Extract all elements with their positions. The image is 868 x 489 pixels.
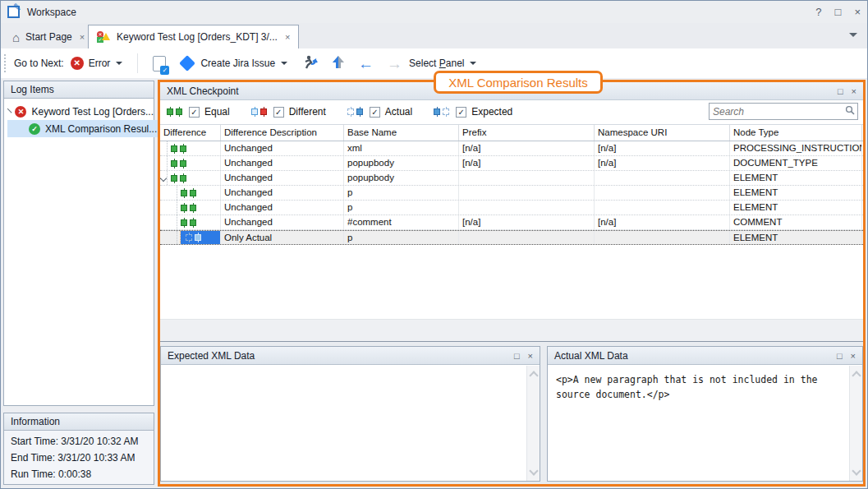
scrollbar[interactable] [526,366,540,481]
column-header-difference[interactable]: Difference [160,125,221,141]
cell-difference[interactable] [160,231,221,244]
previous-arrow-icon[interactable]: ← [358,56,374,72]
run-test-icon[interactable] [302,55,319,72]
cell-namespace-uri[interactable]: [n/a] [595,156,730,170]
cell-node-type[interactable]: ELEMENT [730,171,862,185]
cell-node-type[interactable]: DOCUMENT_TYPE [730,156,862,170]
horizontal-splitter[interactable] [160,319,863,342]
cell-node-type[interactable]: ELEMENT [730,186,862,200]
cell-node-type[interactable]: ELEMENT [730,201,862,215]
cell-base-name[interactable]: #comment [344,215,459,229]
close-button[interactable]: × [854,6,861,18]
cell-prefix[interactable] [459,186,595,200]
cell-prefix[interactable] [459,171,595,185]
search-input[interactable] [710,106,845,118]
actual-checkbox[interactable]: ✓ [370,107,380,118]
cell-base-name[interactable]: p [344,201,459,215]
expected-checkbox[interactable]: ✓ [456,107,466,118]
tab-close-icon[interactable]: × [285,32,290,42]
different-checkbox[interactable]: ✓ [273,107,284,118]
search-icon[interactable] [845,105,855,118]
go-up-icon[interactable] [332,55,345,72]
cell-difference[interactable] [160,171,221,185]
cell-base-name[interactable]: popupbody [344,171,459,185]
panel-minimize-icon[interactable]: □ [837,351,843,361]
selected-difference-cell[interactable] [181,231,220,244]
table-row[interactable]: UnchangedpELEMENT [160,201,863,215]
table-row[interactable]: Unchanged#comment[n/a][n/a]COMMENT [160,215,863,230]
cell-prefix[interactable]: [n/a] [459,141,595,155]
cell-difference[interactable] [160,215,221,229]
expander-chevron-icon[interactable] [160,174,167,181]
tab-start-page[interactable]: ⌂ Start Page × [4,25,93,48]
cell-namespace-uri[interactable] [595,201,730,215]
cell-prefix[interactable]: [n/a] [459,156,595,170]
cell-namespace-uri[interactable] [595,231,730,244]
cell-difference[interactable] [160,186,221,200]
select-panel-button[interactable]: Select Panel [409,58,464,69]
cell-difference[interactable] [160,201,221,215]
error-dropdown-icon[interactable] [116,62,122,65]
panel-close-icon[interactable]: × [851,351,856,361]
equal-checkbox[interactable]: ✓ [189,107,200,118]
scrollbar[interactable] [849,366,862,481]
column-header-difference-description[interactable]: Difference Description [221,125,344,141]
cell-description[interactable]: Only Actual [221,231,344,244]
panel-close-icon[interactable]: × [852,86,857,96]
column-header-node-type[interactable]: Node Type [730,125,862,141]
tab-list-dropdown-icon[interactable] [849,33,857,37]
tree-item-keyword-test-log[interactable]: ✕ Keyword Test Log [Orders... [7,103,154,120]
panel-minimize-icon[interactable]: □ [838,86,843,96]
cell-description[interactable]: Unchanged [221,141,344,155]
select-panel-dropdown-icon[interactable] [470,62,476,65]
maximize-button[interactable]: □ [835,6,842,18]
cell-base-name[interactable]: p [344,186,459,200]
table-row[interactable]: Only ActualpELEMENT [160,230,863,245]
scroll-down-icon[interactable] [529,466,538,475]
scroll-down-icon[interactable] [852,466,861,475]
panel-close-icon[interactable]: × [528,351,533,361]
go-to-next-error-button[interactable]: Error [89,58,111,69]
scroll-up-icon[interactable] [852,371,861,380]
scroll-up-icon[interactable] [529,371,538,380]
create-jira-issue-button[interactable]: Create Jira Issue [200,58,275,69]
tab-close-icon[interactable]: × [80,32,85,42]
next-arrow-icon[interactable]: → [387,56,402,72]
cell-description[interactable]: Unchanged [221,186,344,200]
cell-base-name[interactable]: p [344,231,459,244]
cell-prefix[interactable] [459,201,595,215]
cell-description[interactable]: Unchanged [221,215,344,229]
tree-guide-line [177,215,177,229]
tab-keyword-test-log[interactable]: ✕✓ Keyword Test Log [Orders_KDT] 3/... × [88,25,299,48]
cell-description[interactable]: Unchanged [221,201,344,215]
column-header-prefix[interactable]: Prefix [459,125,595,141]
checkpoint-details-icon[interactable] [153,56,166,72]
jira-dropdown-icon[interactable] [281,62,287,65]
cell-node-type[interactable]: COMMENT [730,215,862,229]
cell-namespace-uri[interactable]: [n/a] [595,141,730,155]
cell-base-name[interactable]: popupbody [344,156,459,170]
cell-description[interactable]: Unchanged [221,171,344,185]
filter-row: ✓ Equal ✓ Different ✓ Actual ✓ Expected [160,100,863,123]
help-button[interactable]: ? [815,6,821,18]
column-header-base-name[interactable]: Base Name [344,125,459,141]
cell-prefix[interactable]: [n/a] [459,215,595,229]
table-row[interactable]: UnchangedpELEMENT [160,186,863,201]
table-row[interactable]: UnchangedpopupbodyELEMENT [160,171,863,186]
column-header-namespace-uri[interactable]: Namespace URI [595,125,730,141]
table-row[interactable]: Unchangedxml[n/a][n/a]PROCESSING_INSTRUC… [160,141,863,156]
panel-minimize-icon[interactable]: □ [514,351,520,361]
chevron-down-icon[interactable] [7,108,12,113]
cell-namespace-uri[interactable]: [n/a] [595,215,730,229]
table-row[interactable]: Unchangedpopupbody[n/a][n/a]DOCUMENT_TYP… [160,156,863,171]
cell-namespace-uri[interactable] [595,171,730,185]
cell-namespace-uri[interactable] [595,186,730,200]
cell-difference[interactable] [160,141,221,155]
cell-node-type[interactable]: PROCESSING_INSTRUCTION [730,141,862,155]
cell-node-type[interactable]: ELEMENT [730,231,862,244]
tree-item-xml-comparison[interactable]: ✓ XML Comparison Resul... [7,120,162,137]
cell-base-name[interactable]: xml [344,141,459,155]
cell-difference[interactable] [160,156,221,170]
cell-prefix[interactable] [459,231,595,244]
cell-description[interactable]: Unchanged [221,156,344,170]
